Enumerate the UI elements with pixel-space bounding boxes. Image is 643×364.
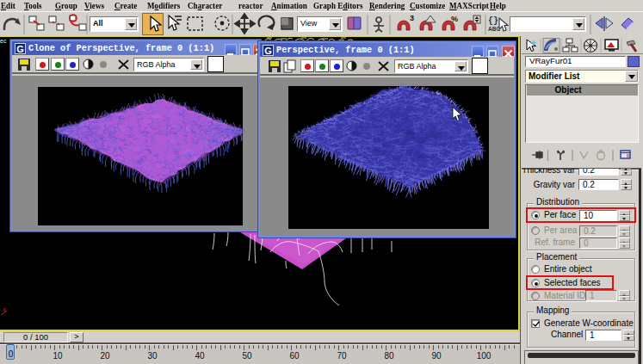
svg-text:{}: {}	[488, 16, 498, 26]
svg-text:%: %	[451, 15, 458, 23]
svg-text:ABC: ABC	[488, 26, 500, 32]
svg-text:3: 3	[410, 14, 414, 22]
